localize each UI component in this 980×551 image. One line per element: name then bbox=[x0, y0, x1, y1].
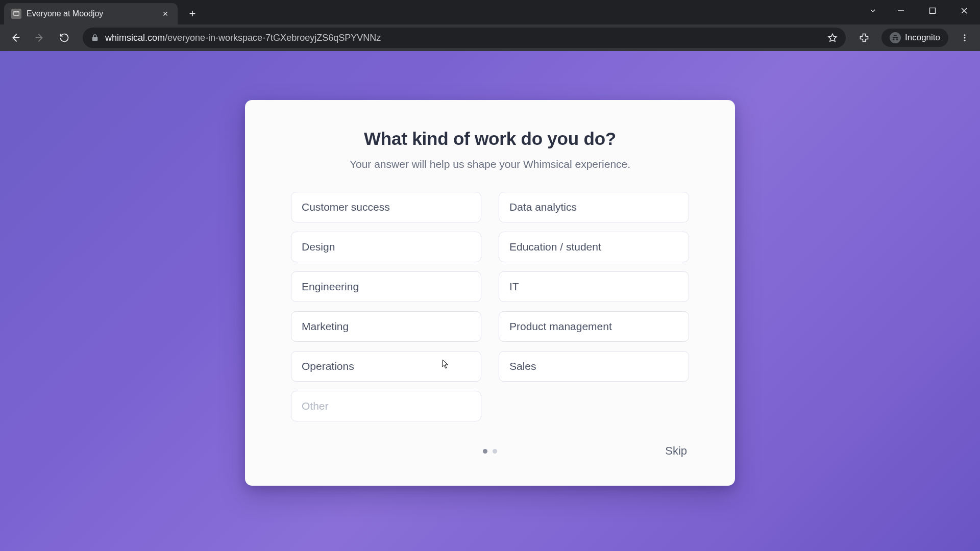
option-operations[interactable]: Operations bbox=[291, 351, 481, 382]
step-dot-1 bbox=[483, 449, 487, 454]
tab-close-button[interactable] bbox=[160, 9, 170, 19]
modal-title: What kind of work do you do? bbox=[291, 129, 689, 149]
address-bar[interactable]: whimsical.com/everyone-in-workspace-7tGX… bbox=[83, 28, 846, 48]
window-maximize-button[interactable] bbox=[917, 0, 948, 21]
svg-rect-0 bbox=[14, 11, 19, 15]
nav-forward-button[interactable] bbox=[30, 28, 50, 48]
tab-favicon bbox=[11, 9, 21, 19]
browser-window: Everyone at Moodjoy + bbox=[0, 0, 980, 551]
option-marketing[interactable]: Marketing bbox=[291, 311, 481, 342]
svg-point-2 bbox=[964, 34, 966, 36]
browser-menu-button[interactable] bbox=[954, 28, 975, 48]
window-close-button[interactable] bbox=[948, 0, 980, 21]
new-tab-button[interactable]: + bbox=[184, 5, 201, 22]
option-education[interactable]: Education / student bbox=[499, 232, 689, 262]
incognito-icon bbox=[890, 32, 901, 43]
tab-strip: Everyone at Moodjoy + bbox=[0, 0, 980, 24]
step-indicator bbox=[483, 449, 497, 454]
nav-back-button[interactable] bbox=[5, 28, 26, 48]
option-product-management[interactable]: Product management bbox=[499, 311, 689, 342]
incognito-badge[interactable]: Incognito bbox=[881, 29, 948, 47]
option-data-analytics[interactable]: Data analytics bbox=[499, 192, 689, 222]
url-path: /everyone-in-workspace-7tGXebroeyjZS6qSP… bbox=[165, 33, 381, 43]
tab-title: Everyone at Moodjoy bbox=[27, 9, 155, 18]
step-dot-2 bbox=[493, 449, 497, 454]
svg-rect-1 bbox=[930, 8, 936, 14]
skip-button[interactable]: Skip bbox=[663, 441, 689, 461]
option-other[interactable]: Other bbox=[291, 391, 481, 421]
url-host: whimsical.com bbox=[105, 33, 165, 43]
window-minimize-button[interactable] bbox=[885, 0, 917, 21]
extensions-button[interactable] bbox=[854, 28, 874, 48]
modal-subtitle: Your answer will help us shape your Whim… bbox=[291, 158, 689, 170]
browser-toolbar: whimsical.com/everyone-in-workspace-7tGX… bbox=[0, 24, 980, 51]
option-customer-success[interactable]: Customer success bbox=[291, 192, 481, 222]
page-viewport: What kind of work do you do? Your answer… bbox=[0, 51, 980, 551]
incognito-label: Incognito bbox=[905, 33, 940, 43]
window-controls bbox=[861, 0, 980, 21]
svg-point-4 bbox=[964, 40, 966, 41]
browser-tab-active[interactable]: Everyone at Moodjoy bbox=[4, 3, 178, 24]
url-text: whimsical.com/everyone-in-workspace-7tGX… bbox=[105, 33, 821, 43]
lock-icon bbox=[91, 34, 99, 42]
option-it[interactable]: IT bbox=[499, 271, 689, 302]
option-design[interactable]: Design bbox=[291, 232, 481, 262]
bookmark-star-icon[interactable] bbox=[827, 33, 838, 43]
onboarding-modal: What kind of work do you do? Your answer… bbox=[245, 100, 735, 486]
modal-footer: Skip bbox=[291, 441, 689, 461]
option-engineering[interactable]: Engineering bbox=[291, 271, 481, 302]
option-sales[interactable]: Sales bbox=[499, 351, 689, 382]
tab-search-button[interactable] bbox=[861, 0, 885, 21]
nav-reload-button[interactable] bbox=[54, 28, 75, 48]
option-grid: Customer success Data analytics Design E… bbox=[291, 192, 689, 421]
svg-point-3 bbox=[964, 37, 966, 39]
